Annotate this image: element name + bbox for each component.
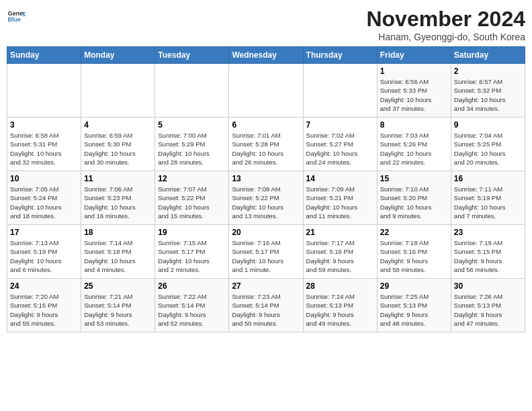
cell-info: Sunrise: 7:19 AMSunset: 5:15 PMDaylight:… — [454, 238, 522, 274]
calendar-cell: 3Sunrise: 6:58 AMSunset: 5:31 PMDaylight… — [7, 118, 81, 171]
day-number: 10 — [10, 174, 78, 183]
day-number: 13 — [232, 174, 300, 183]
calendar-cell — [303, 64, 377, 118]
calendar-week-row: 10Sunrise: 7:05 AMSunset: 5:24 PMDayligh… — [7, 171, 525, 225]
day-number: 5 — [158, 120, 226, 130]
cell-info: Sunrise: 7:15 AMSunset: 5:17 PMDaylight:… — [158, 238, 226, 274]
day-number: 1 — [380, 66, 448, 76]
cell-info: Sunrise: 7:01 AMSunset: 5:28 PMDaylight:… — [232, 131, 300, 167]
page-header: General Blue November 2024 Hanam, Gyeong… — [7, 7, 525, 42]
title-area: November 2024 Hanam, Gyeonggi-do, South … — [366, 7, 525, 42]
day-number: 6 — [232, 120, 300, 130]
day-number: 19 — [158, 228, 226, 237]
calendar-cell: 16Sunrise: 7:11 AMSunset: 5:19 PMDayligh… — [451, 171, 525, 225]
day-number: 21 — [306, 228, 374, 237]
calendar-cell — [7, 64, 81, 118]
cell-info: Sunrise: 7:24 AMSunset: 5:13 PMDaylight:… — [306, 292, 374, 328]
cell-info: Sunrise: 7:17 AMSunset: 5:16 PMDaylight:… — [306, 238, 374, 274]
cell-info: Sunrise: 7:16 AMSunset: 5:17 PMDaylight:… — [232, 238, 300, 274]
day-number: 9 — [454, 120, 522, 130]
calendar-cell: 4Sunrise: 6:59 AMSunset: 5:30 PMDaylight… — [81, 118, 155, 171]
calendar-cell: 12Sunrise: 7:07 AMSunset: 5:22 PMDayligh… — [155, 171, 229, 225]
calendar-cell: 15Sunrise: 7:10 AMSunset: 5:20 PMDayligh… — [377, 171, 451, 225]
calendar-cell: 6Sunrise: 7:01 AMSunset: 5:28 PMDaylight… — [229, 118, 303, 171]
day-number: 7 — [306, 120, 374, 130]
day-number: 26 — [158, 281, 226, 291]
calendar-cell: 29Sunrise: 7:25 AMSunset: 5:13 PMDayligh… — [377, 279, 451, 332]
weekday-header: Friday — [377, 47, 451, 64]
calendar-cell: 25Sunrise: 7:21 AMSunset: 5:14 PMDayligh… — [81, 279, 155, 332]
calendar-cell: 26Sunrise: 7:22 AMSunset: 5:14 PMDayligh… — [155, 279, 229, 332]
calendar-cell: 5Sunrise: 7:00 AMSunset: 5:29 PMDaylight… — [155, 118, 229, 171]
calendar-cell: 20Sunrise: 7:16 AMSunset: 5:17 PMDayligh… — [229, 225, 303, 279]
cell-info: Sunrise: 7:11 AMSunset: 5:19 PMDaylight:… — [454, 185, 522, 220]
day-number: 20 — [232, 228, 300, 237]
day-number: 29 — [380, 281, 448, 291]
day-number: 4 — [84, 120, 152, 130]
cell-info: Sunrise: 7:25 AMSunset: 5:13 PMDaylight:… — [380, 292, 448, 328]
cell-info: Sunrise: 7:10 AMSunset: 5:20 PMDaylight:… — [380, 185, 448, 220]
day-number: 8 — [380, 120, 448, 130]
cell-info: Sunrise: 7:21 AMSunset: 5:14 PMDaylight:… — [84, 292, 152, 328]
weekday-header: Thursday — [303, 47, 377, 64]
calendar-week-row: 24Sunrise: 7:20 AMSunset: 5:15 PMDayligh… — [7, 279, 525, 332]
page-title: November 2024 — [366, 7, 525, 32]
cell-info: Sunrise: 7:07 AMSunset: 5:22 PMDaylight:… — [158, 185, 226, 220]
calendar-cell — [155, 64, 229, 118]
cell-info: Sunrise: 7:05 AMSunset: 5:24 PMDaylight:… — [10, 185, 78, 220]
calendar-cell: 13Sunrise: 7:08 AMSunset: 5:22 PMDayligh… — [229, 171, 303, 225]
calendar-cell: 8Sunrise: 7:03 AMSunset: 5:26 PMDaylight… — [377, 118, 451, 171]
calendar-table: SundayMondayTuesdayWednesdayThursdayFrid… — [7, 46, 525, 332]
cell-info: Sunrise: 7:08 AMSunset: 5:22 PMDaylight:… — [232, 185, 300, 220]
cell-info: Sunrise: 7:13 AMSunset: 5:19 PMDaylight:… — [10, 238, 78, 274]
day-number: 25 — [84, 281, 152, 291]
calendar-cell: 18Sunrise: 7:14 AMSunset: 5:18 PMDayligh… — [81, 225, 155, 279]
day-number: 30 — [454, 281, 522, 291]
calendar-cell: 10Sunrise: 7:05 AMSunset: 5:24 PMDayligh… — [7, 171, 81, 225]
calendar-cell: 14Sunrise: 7:09 AMSunset: 5:21 PMDayligh… — [303, 171, 377, 225]
day-number: 28 — [306, 281, 374, 291]
cell-info: Sunrise: 7:06 AMSunset: 5:23 PMDaylight:… — [84, 185, 152, 220]
calendar-body: 1Sunrise: 6:56 AMSunset: 5:33 PMDaylight… — [7, 64, 525, 332]
cell-info: Sunrise: 7:14 AMSunset: 5:18 PMDaylight:… — [84, 238, 152, 274]
calendar-cell: 21Sunrise: 7:17 AMSunset: 5:16 PMDayligh… — [303, 225, 377, 279]
cell-info: Sunrise: 7:20 AMSunset: 5:15 PMDaylight:… — [10, 292, 78, 328]
day-number: 23 — [454, 228, 522, 237]
calendar-cell: 7Sunrise: 7:02 AMSunset: 5:27 PMDaylight… — [303, 118, 377, 171]
calendar-week-row: 17Sunrise: 7:13 AMSunset: 5:19 PMDayligh… — [7, 225, 525, 279]
cell-info: Sunrise: 7:02 AMSunset: 5:27 PMDaylight:… — [306, 131, 374, 167]
day-number: 11 — [84, 174, 152, 183]
logo: General Blue — [7, 7, 26, 26]
weekday-header: Tuesday — [155, 47, 229, 64]
day-number: 3 — [10, 120, 78, 130]
weekday-header: Wednesday — [229, 47, 303, 64]
day-number: 24 — [10, 281, 78, 291]
cell-info: Sunrise: 6:59 AMSunset: 5:30 PMDaylight:… — [84, 131, 152, 167]
calendar-cell: 28Sunrise: 7:24 AMSunset: 5:13 PMDayligh… — [303, 279, 377, 332]
calendar-cell: 11Sunrise: 7:06 AMSunset: 5:23 PMDayligh… — [81, 171, 155, 225]
day-number: 17 — [10, 228, 78, 237]
calendar-cell: 24Sunrise: 7:20 AMSunset: 5:15 PMDayligh… — [7, 279, 81, 332]
cell-info: Sunrise: 7:09 AMSunset: 5:21 PMDaylight:… — [306, 185, 374, 220]
page-subtitle: Hanam, Gyeonggi-do, South Korea — [366, 32, 525, 42]
calendar-cell: 17Sunrise: 7:13 AMSunset: 5:19 PMDayligh… — [7, 225, 81, 279]
day-number: 18 — [84, 228, 152, 237]
weekday-header: Monday — [81, 47, 155, 64]
calendar-cell: 30Sunrise: 7:26 AMSunset: 5:13 PMDayligh… — [451, 279, 525, 332]
cell-info: Sunrise: 7:22 AMSunset: 5:14 PMDaylight:… — [158, 292, 226, 328]
cell-info: Sunrise: 6:58 AMSunset: 5:31 PMDaylight:… — [10, 131, 78, 167]
calendar-cell: 19Sunrise: 7:15 AMSunset: 5:17 PMDayligh… — [155, 225, 229, 279]
cell-info: Sunrise: 7:00 AMSunset: 5:29 PMDaylight:… — [158, 131, 226, 167]
day-number: 2 — [454, 66, 522, 76]
calendar-cell: 27Sunrise: 7:23 AMSunset: 5:14 PMDayligh… — [229, 279, 303, 332]
calendar-cell — [229, 64, 303, 118]
calendar-week-row: 3Sunrise: 6:58 AMSunset: 5:31 PMDaylight… — [7, 118, 525, 171]
day-number: 12 — [158, 174, 226, 183]
cell-info: Sunrise: 7:18 AMSunset: 5:16 PMDaylight:… — [380, 238, 448, 274]
day-number: 27 — [232, 281, 300, 291]
calendar-cell: 9Sunrise: 7:04 AMSunset: 5:25 PMDaylight… — [451, 118, 525, 171]
calendar-cell: 22Sunrise: 7:18 AMSunset: 5:16 PMDayligh… — [377, 225, 451, 279]
day-number: 16 — [454, 174, 522, 183]
calendar-cell: 23Sunrise: 7:19 AMSunset: 5:15 PMDayligh… — [451, 225, 525, 279]
calendar-cell: 2Sunrise: 6:57 AMSunset: 5:32 PMDaylight… — [451, 64, 525, 118]
